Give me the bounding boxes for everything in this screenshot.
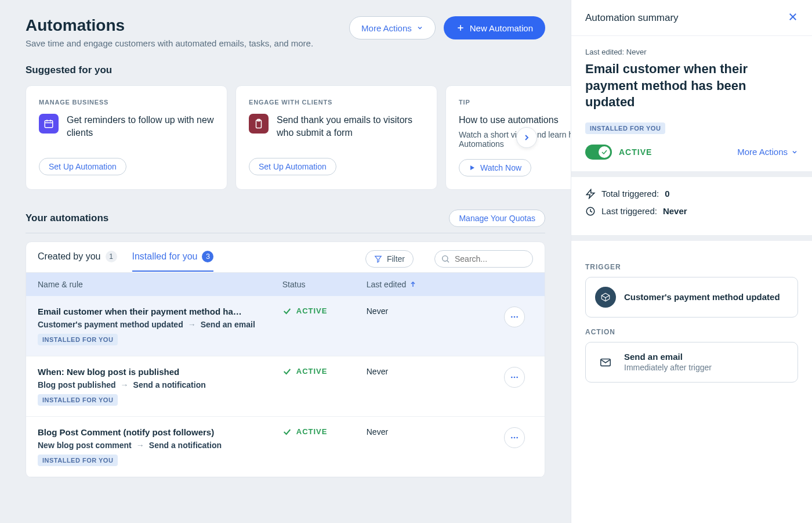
- installed-badge: INSTALLED FOR YOU: [38, 394, 118, 406]
- set-up-automation-button[interactable]: Set Up Automation: [39, 158, 126, 175]
- suggested-row: MANAGE BUSINESS Get reminders to follow …: [26, 85, 545, 190]
- svg-point-14: [514, 316, 516, 318]
- svg-line-11: [447, 260, 449, 262]
- card-category: TIP: [459, 99, 571, 106]
- trigger-card[interactable]: Customer's payment method updated: [585, 277, 798, 318]
- table-row[interactable]: Email customer when their payment method…: [26, 296, 545, 356]
- check-icon: [282, 427, 292, 437]
- chevron-down-icon: [416, 24, 423, 31]
- panel-more-actions[interactable]: More Actions: [737, 147, 798, 157]
- svg-marker-8: [470, 165, 474, 170]
- svg-point-10: [443, 255, 448, 261]
- page-subtitle: Save time and engage customers with auto…: [26, 38, 313, 48]
- installed-badge: INSTALLED FOR YOU: [585, 122, 665, 134]
- new-automation-label: New Automation: [470, 23, 533, 33]
- more-actions-button[interactable]: More Actions: [349, 16, 436, 39]
- check-icon: [601, 149, 608, 156]
- search-icon: [441, 254, 450, 264]
- last-edited-value: Never: [367, 367, 504, 376]
- tab-installed-for-you[interactable]: Installed for you 3: [132, 251, 214, 272]
- card-category: MANAGE BUSINESS: [39, 99, 214, 106]
- your-automations-title: Your automations: [26, 212, 108, 224]
- table-row[interactable]: When: New blog post is published Blog po…: [26, 356, 545, 417]
- suggested-title: Suggested for you: [26, 64, 545, 76]
- status-active: ACTIVE: [282, 427, 367, 437]
- rule-title: Blog Post Comment (notify post followers…: [38, 427, 282, 437]
- automation-summary-panel: Automation summary Last edited: Never Em…: [571, 0, 812, 523]
- action-card[interactable]: Send an email Immediately after trigger: [585, 342, 798, 383]
- svg-point-16: [511, 376, 513, 378]
- card-title: How to use automations: [459, 114, 571, 127]
- svg-marker-9: [375, 256, 382, 262]
- svg-point-13: [511, 316, 513, 318]
- clipboard-icon: [249, 114, 269, 134]
- envelope-icon: [595, 352, 616, 373]
- last-edited-value: Never: [367, 306, 504, 316]
- table-header: Name & rule Status Last edited: [26, 273, 545, 296]
- close-icon: [788, 12, 798, 22]
- card-title: Send thank you emails to visitors who su…: [277, 114, 424, 147]
- trigger-title: Customer's payment method updated: [624, 292, 780, 302]
- card-desc: Watch a short video and learn how to use…: [459, 130, 571, 149]
- scroll-right-button[interactable]: [516, 127, 537, 148]
- page-title: Automations: [26, 16, 313, 35]
- clock-icon: [585, 206, 596, 217]
- calendar-icon: [39, 114, 59, 134]
- chevron-right-icon: [522, 133, 531, 142]
- more-horizontal-icon: [510, 373, 519, 382]
- arrow-right-icon: →: [136, 441, 144, 450]
- row-more-button[interactable]: [504, 427, 525, 448]
- card-title: Get reminders to follow up with new clie…: [67, 114, 214, 147]
- tab-label: Created by you: [38, 251, 101, 262]
- action-label: ACTION: [585, 328, 798, 336]
- row-more-button[interactable]: [504, 306, 525, 327]
- svg-marker-24: [586, 189, 594, 198]
- suggestion-card-tip: TIP How to use automations Watch a short…: [445, 85, 571, 190]
- new-automation-button[interactable]: New Automation: [444, 16, 545, 39]
- arrow-right-icon: →: [188, 320, 196, 329]
- chevron-down-icon: [791, 149, 798, 156]
- plus-icon: [456, 23, 465, 33]
- arrow-right-icon: →: [121, 380, 129, 389]
- installed-badge: INSTALLED FOR YOU: [38, 455, 118, 466]
- col-status: Status: [282, 280, 367, 289]
- manage-quotas-button[interactable]: Manage Your Quotas: [449, 210, 545, 227]
- more-horizontal-icon: [510, 433, 519, 442]
- cube-icon: [595, 287, 616, 308]
- col-name: Name & rule: [38, 280, 282, 289]
- svg-rect-2: [45, 121, 53, 128]
- status-active: ACTIVE: [282, 367, 367, 376]
- card-category: ENGAGE WITH CLIENTS: [249, 99, 424, 106]
- last-triggered: Last triggered: Never: [585, 206, 798, 217]
- filter-icon: [374, 255, 382, 263]
- last-edited-value: Never: [367, 427, 504, 437]
- action-subtitle: Immediately after trigger: [624, 363, 712, 372]
- installed-badge: INSTALLED FOR YOU: [38, 334, 118, 345]
- tab-count: 1: [106, 251, 117, 262]
- panel-header-title: Automation summary: [585, 12, 679, 24]
- row-more-button[interactable]: [504, 367, 525, 388]
- active-toggle[interactable]: [585, 145, 612, 160]
- check-icon: [282, 306, 292, 316]
- table-row[interactable]: Blog Post Comment (notify post followers…: [26, 417, 545, 477]
- watch-now-button[interactable]: Watch Now: [459, 159, 531, 176]
- lightning-icon: [585, 189, 596, 199]
- rule-line: Customer's payment method updated → Send…: [38, 320, 282, 329]
- tab-created-by-you[interactable]: Created by you 1: [38, 251, 117, 272]
- check-icon: [282, 367, 292, 376]
- rule-title: Email customer when their payment method…: [38, 306, 282, 316]
- status-active: ACTIVE: [282, 306, 367, 316]
- svg-point-15: [516, 316, 518, 318]
- filter-button[interactable]: Filter: [365, 250, 414, 268]
- svg-point-18: [516, 376, 518, 378]
- action-title: Send an email: [624, 352, 712, 362]
- rule-line: Blog post published → Send a notificatio…: [38, 380, 282, 389]
- col-last-edited[interactable]: Last edited: [367, 280, 504, 289]
- total-triggered: Total triggered: 0: [585, 189, 798, 199]
- tab-label: Installed for you: [132, 251, 198, 262]
- close-button[interactable]: [788, 12, 798, 24]
- svg-point-21: [516, 437, 518, 438]
- suggestion-card: MANAGE BUSINESS Get reminders to follow …: [26, 85, 227, 190]
- set-up-automation-button[interactable]: Set Up Automation: [249, 158, 336, 175]
- rule-title: When: New blog post is published: [38, 367, 282, 377]
